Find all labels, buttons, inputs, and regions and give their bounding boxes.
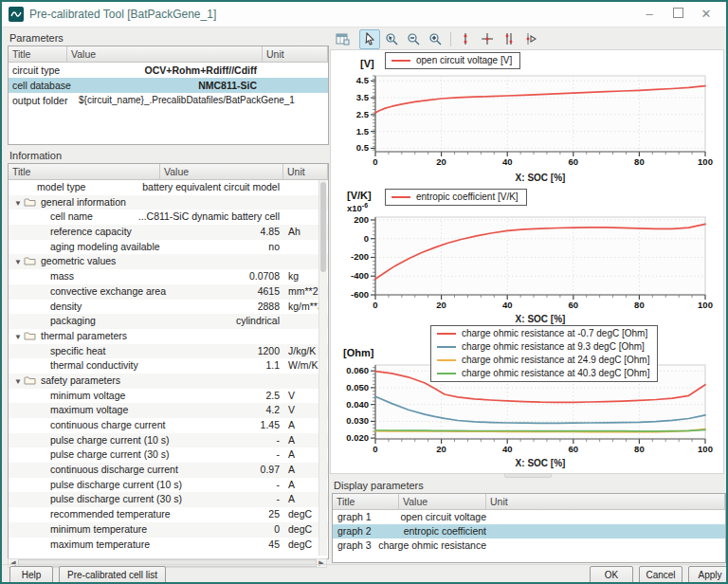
folder-icon xyxy=(24,329,36,344)
display-parameters-label: Display parameters xyxy=(334,480,424,491)
parameters-row-circuit-type[interactable]: circuit typeOCV+Rohm+Rdiff//Cdiff xyxy=(9,63,328,78)
tree-collapse-caret-icon[interactable]: ▼ xyxy=(14,330,24,345)
help-button[interactable]: Help xyxy=(9,566,53,584)
cancel-button[interactable]: Cancel xyxy=(639,566,682,584)
column-header-title[interactable]: Title xyxy=(9,164,160,179)
display-parameters-row-graph-2[interactable]: graph 2entropic coefficient xyxy=(333,524,725,538)
information-row-density[interactable]: density2888kg/m**3 xyxy=(9,300,328,315)
information-horizontal-scrollbar[interactable]: ◀ ▶ xyxy=(8,558,327,568)
parameters-row-cell-database[interactable]: cell databaseNMC811-SiC xyxy=(9,78,328,93)
crosshair-marker-icon[interactable] xyxy=(477,29,498,49)
cursor-icon[interactable] xyxy=(359,29,380,49)
legend-item: charge ohmic resistance at 24.9 degC [Oh… xyxy=(437,355,649,366)
close-button[interactable]: ✕ xyxy=(692,2,720,27)
information-row-packaging[interactable]: packagingcylindrical xyxy=(9,314,328,329)
information-row-general-information[interactable]: ▼general information xyxy=(9,195,328,210)
svg-text:60: 60 xyxy=(569,444,579,454)
maximize-button[interactable] xyxy=(664,2,692,27)
display-parameters-row-graph-3[interactable]: graph 3charge ohmic resistance xyxy=(333,538,725,553)
scrollbar-thumb[interactable] xyxy=(320,182,326,272)
information-row-aging-modeling-available[interactable]: aging modeling availableno xyxy=(9,240,328,255)
row-value: 4.2 xyxy=(160,403,283,418)
column-header-unit[interactable]: Unit xyxy=(283,164,328,179)
column-header-title[interactable]: Title xyxy=(333,494,399,509)
row-title: maximum temperature xyxy=(9,538,160,553)
charge-ohmic-resistance-chart: [Ohm]charge ohmic resistance at -0.7 deg… xyxy=(332,325,722,470)
display-parameters-row-graph-1[interactable]: graph 1open circuit voltage xyxy=(333,510,725,524)
row-title: output folder xyxy=(9,93,67,108)
column-header-value[interactable]: Value xyxy=(399,494,486,509)
information-row-pulse-discharge-current-30-s-[interactable]: pulse discharge current (30 s)-A xyxy=(9,492,328,507)
precalibrated-cell-list-button[interactable]: Pre-calibrated cell list xyxy=(59,566,166,584)
column-header-unit[interactable]: Unit xyxy=(263,46,328,62)
svg-text:0: 0 xyxy=(373,300,377,310)
panel-splitter-handle[interactable] xyxy=(504,473,552,478)
entropic-coefficient-legend: entropic coefficient [V/K] xyxy=(385,189,527,206)
legend-item: charge ohmic resistance at -0.7 degC [Oh… xyxy=(437,328,649,339)
svg-text:80: 80 xyxy=(634,444,645,454)
minimize-button[interactable]: – xyxy=(635,2,664,27)
information-row-maximum-voltage[interactable]: maximum voltage4.2V xyxy=(9,403,328,418)
open-circuit-voltage-chart: [V]open circuit voltage [V]0204060801000… xyxy=(332,51,722,184)
row-value: OCV+Rohm+Rdiff//Cdiff xyxy=(67,63,263,78)
plot-settings-icon[interactable] xyxy=(332,29,353,49)
information-row-convective-exchange-area[interactable]: convective exchange area4615mm**2 xyxy=(9,284,328,300)
information-vertical-scrollbar[interactable] xyxy=(318,180,327,556)
row-title: geometric values xyxy=(41,255,116,266)
cursor-marker-icon[interactable] xyxy=(455,29,476,49)
information-row-mass[interactable]: mass0.0708kg xyxy=(9,269,328,284)
legend-line-swatch xyxy=(437,373,456,374)
slope-marker-icon[interactable] xyxy=(520,29,541,49)
information-row-maximum-temperature[interactable]: maximum temperature45degC xyxy=(9,538,328,553)
information-row-pulse-charge-current-30-s-[interactable]: pulse charge current (30 s)-A xyxy=(9,447,328,463)
app-icon xyxy=(9,7,24,22)
folder-icon xyxy=(24,254,36,269)
double-cursor-marker-icon[interactable] xyxy=(499,29,519,49)
ok-button[interactable]: OK xyxy=(590,566,633,584)
row-value: - xyxy=(160,447,283,463)
row-value: 25 xyxy=(160,507,283,522)
row-title: thermal conductivity xyxy=(9,358,160,374)
information-row-reference-capacity[interactable]: reference capacity4.85Ah xyxy=(9,225,328,240)
column-header-value[interactable]: Value xyxy=(67,46,263,62)
apply-button[interactable]: Apply xyxy=(688,566,728,584)
information-row-cell-name[interactable]: cell name...C811-SiC dynamic battery cel… xyxy=(9,210,328,225)
row-title: circuit type xyxy=(9,63,67,78)
tree-collapse-caret-icon[interactable]: ▼ xyxy=(14,255,24,270)
information-row-recommended-temperature[interactable]: recommended temperature25degC xyxy=(9,507,328,522)
zoom-in-icon[interactable] xyxy=(425,29,446,49)
information-row-pulse-charge-current-10-s-[interactable]: pulse charge current (10 s)-A xyxy=(9,433,328,448)
row-title: general information xyxy=(41,196,126,208)
information-row-specific-heat[interactable]: specific heat1200J/kg/K xyxy=(9,344,328,359)
information-row-thermal-conductivity[interactable]: thermal conductivity1.1W/m/K xyxy=(9,358,328,374)
information-row-minimum-voltage[interactable]: minimum voltage2.5V xyxy=(9,389,328,404)
row-title: cell database xyxy=(9,78,67,93)
parameters-row-output-folder[interactable]: output folder${circuit_name}_.PrecalibDa… xyxy=(9,93,328,108)
information-row-minimum-temperature[interactable]: minimum temperature0degC xyxy=(9,522,328,538)
information-row-model-type[interactable]: model typebattery equivalent circuit mod… xyxy=(9,180,328,195)
row-value: ...C811-SiC dynamic battery cell xyxy=(160,210,283,225)
tree-collapse-caret-icon[interactable]: ▼ xyxy=(14,374,24,390)
information-row-thermal-parameters[interactable]: ▼thermal parameters xyxy=(9,329,328,344)
information-row-pulse-discharge-current-10-s-[interactable]: pulse discharge current (10 s)-A xyxy=(9,478,328,493)
column-header-unit[interactable]: Unit xyxy=(486,494,725,509)
row-value: - xyxy=(160,478,283,493)
titlebar: Pre-calibrated Tool [BatPackGene_1] – ✕ xyxy=(2,2,726,27)
zoom-box-icon[interactable] xyxy=(381,29,402,49)
information-row-continuous-charge-current[interactable]: continuous charge current1.45A xyxy=(9,418,328,433)
row-title: pulse discharge current (10 s) xyxy=(9,478,160,493)
legend-item: charge ohmic resistance at 9.3 degC [Ohm… xyxy=(437,341,649,353)
column-header-title[interactable]: Title xyxy=(9,46,67,62)
column-header-value[interactable]: Value xyxy=(160,164,283,179)
svg-text:100: 100 xyxy=(698,156,713,167)
svg-text:20: 20 xyxy=(436,444,446,454)
information-row-continuous-discharge-current[interactable]: continuous discharge current0.97A xyxy=(9,463,328,478)
information-row-geometric-values[interactable]: ▼geometric values xyxy=(9,254,328,269)
zoom-out-icon[interactable] xyxy=(403,29,424,49)
scroll-right-arrow-icon[interactable]: ▶ xyxy=(317,558,326,568)
row-unit xyxy=(486,524,725,538)
charge-ohmic-resistance-legend: charge ohmic resistance at -0.7 degC [Oh… xyxy=(430,325,658,382)
svg-text:-400: -400 xyxy=(351,270,369,281)
tree-collapse-caret-icon[interactable]: ▼ xyxy=(14,196,24,211)
information-row-safety-parameters[interactable]: ▼safety parameters xyxy=(9,374,328,389)
